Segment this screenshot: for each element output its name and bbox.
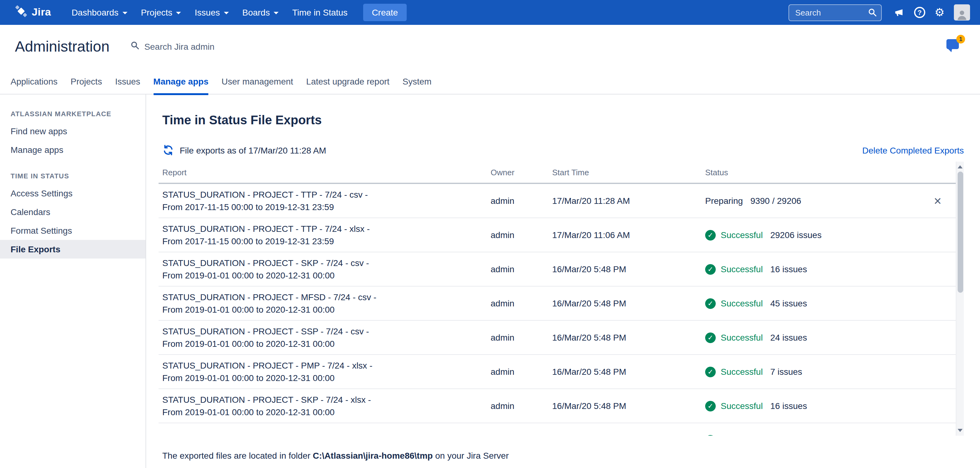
scrollbar-thumb[interactable] — [958, 171, 963, 293]
report-name: STATUS_DURATION - PROJECT - SKP - 7/24 -… — [162, 393, 491, 406]
success-check-icon: ✓ — [705, 264, 716, 274]
table-scrollbar[interactable] — [956, 162, 964, 436]
tab-projects[interactable]: Projects — [71, 68, 102, 94]
report-cell: STATUS_DURATION - PROJECT - MFSD - 7/24 … — [159, 291, 491, 316]
status-cell: ✓ — [705, 435, 964, 436]
status-label: Successful — [721, 401, 763, 411]
success-check-icon: ✓ — [705, 230, 716, 240]
status-cell: ✓ Successful 29206 issues — [705, 230, 964, 240]
help-icon[interactable]: ? — [914, 7, 925, 18]
jira-logo-text: Jira — [32, 6, 51, 19]
status-label: Successful — [721, 367, 763, 377]
tab-applications[interactable]: Applications — [11, 68, 57, 94]
column-header-report: Report — [159, 168, 491, 177]
owner-cell: admin — [491, 333, 552, 343]
jira-logo-icon — [15, 5, 27, 20]
start-time-cell: 16/Mar/20 5:48 PM — [552, 401, 705, 411]
success-check-icon: ✓ — [705, 366, 716, 377]
sidebar-item-manage-apps[interactable]: Manage apps — [0, 140, 145, 159]
refresh-icon[interactable] — [162, 144, 174, 156]
admin-header: Administration 1 — [0, 25, 980, 68]
report-cell: STATUS_DURATION - PROJECT - PMP - 7/24 -… — [159, 359, 491, 384]
tab-latest-upgrade-report[interactable]: Latest upgrade report — [306, 68, 390, 94]
table-row: STATUS_DURATION - PROJECT - TTP - 7/24 -… — [159, 184, 964, 218]
search-icon — [868, 8, 877, 19]
status-progress: 9390 / 29206 — [750, 196, 801, 206]
sidebar-item-calendars[interactable]: Calendars — [0, 203, 145, 221]
success-check-icon: ✓ — [705, 435, 716, 436]
status-issue-count: 24 issues — [770, 333, 807, 343]
content-area: ATLASSIAN MARKETPLACE Find new apps Mana… — [0, 94, 980, 468]
tab-manage-apps[interactable]: Manage apps — [153, 68, 208, 94]
delete-completed-exports-link[interactable]: Delete Completed Exports — [862, 145, 964, 155]
table-row: STATUS_DURATION - PROJECT - TTP - 7/24 -… — [159, 218, 964, 252]
nav-issues-label: Issues — [195, 8, 220, 17]
status-cell: ✓ Successful 24 issues — [705, 332, 964, 343]
start-time-cell: 16/Mar/20 5:48 PM — [552, 367, 705, 377]
table-row: STATUS_DURATION - PROJECT - SSP - 7/24 -… — [159, 321, 964, 355]
jira-admin-page: Jira Dashboards Projects Issues Boards T… — [0, 0, 980, 468]
status-cell: ✓ Successful 7 issues — [705, 366, 964, 377]
owner-cell: admin — [491, 196, 552, 206]
chevron-down-icon — [176, 12, 181, 14]
status-label: Successful — [721, 264, 763, 274]
admin-tabbar: Applications Projects Issues Manage apps… — [0, 68, 980, 94]
nav-boards[interactable]: Boards — [235, 0, 285, 25]
status-cell: Preparing 9390 / 29206 — [705, 196, 964, 206]
notifications-icon[interactable]: 1 — [947, 39, 961, 53]
table-row: STATUS_DURATION - PROJECT - MFSD - 7/24 … — [159, 287, 964, 321]
sidebar-item-find-new-apps[interactable]: Find new apps — [0, 122, 145, 140]
sidebar-item-access-settings[interactable]: Access Settings — [0, 184, 145, 203]
sidebar-heading-time-in-status: TIME IN STATUS — [0, 167, 145, 184]
admin-search — [130, 41, 262, 52]
table-row: STATUS_DURATION - PROJECT - SKP - 7/24 -… — [159, 252, 964, 287]
status-label: Successful — [721, 333, 763, 343]
nav-time-in-status[interactable]: Time in Status — [285, 0, 355, 25]
sidebar-item-format-settings[interactable]: Format Settings — [0, 221, 145, 240]
jira-logo[interactable]: Jira — [15, 5, 51, 20]
owner-cell: admin — [491, 230, 552, 240]
owner-cell: admin — [491, 264, 552, 274]
start-time-cell: 16/Mar/20 5:48 PM — [552, 333, 705, 343]
global-search-input[interactable] — [789, 4, 882, 21]
start-time-cell: 17/Mar/20 11:28 AM — [552, 196, 705, 206]
table-row: STATUS_DURATION - PROJECT - PMP - 7/24 -… — [159, 355, 964, 389]
report-range: From 2019-01-01 00:00 to 2020-12-31 00:0… — [162, 372, 491, 384]
tab-user-management[interactable]: User management — [222, 68, 293, 94]
owner-cell: admin — [491, 401, 552, 411]
search-icon — [130, 41, 139, 52]
nav-issues[interactable]: Issues — [188, 0, 235, 25]
user-avatar[interactable] — [954, 4, 970, 21]
report-cell: STATUS_DURATION - PROJECT - SKP - 7/24 -… — [159, 257, 491, 282]
chevron-down-icon — [224, 12, 229, 14]
global-search — [789, 4, 882, 21]
cancel-export-icon[interactable]: × — [934, 194, 942, 207]
scrollbar-up-arrow-icon[interactable] — [958, 165, 963, 168]
report-cell: STATUS_DURATION - PROJECT - TTP - 7/24 -… — [159, 222, 491, 247]
sidebar-item-file-exports[interactable]: File Exports — [0, 240, 145, 259]
chevron-down-icon — [122, 12, 127, 14]
report-name: STATUS_DURATION - PROJECT - TTP - 7/24 -… — [162, 188, 491, 201]
nav-boards-label: Boards — [242, 8, 270, 17]
status-label: Preparing — [705, 196, 743, 206]
start-time-cell: 17/Mar/20 11:06 AM — [552, 230, 705, 240]
report-range: From 2019-01-01 00:00 to 2020-12-31 00:0… — [162, 338, 491, 350]
start-time-cell: 16/Mar/20 5:48 PM — [552, 298, 705, 308]
create-button[interactable]: Create — [363, 4, 407, 21]
report-name: STATUS_DURATION - PROJECT - SSP - 7/24 -… — [162, 434, 491, 436]
settings-gear-icon[interactable]: ⚙ — [935, 7, 945, 18]
export-folder-path: C:\Atlassian\jira-home86\tmp — [313, 451, 433, 460]
status-issue-count: 45 issues — [770, 298, 807, 308]
main-panel: Time in Status File Exports File exports… — [146, 94, 980, 468]
nav-projects-label: Projects — [141, 8, 172, 17]
admin-search-input[interactable] — [144, 42, 262, 52]
status-cell: ✓ Successful 16 issues — [705, 264, 964, 274]
tab-system[interactable]: System — [402, 68, 431, 94]
scrollbar-down-arrow-icon[interactable] — [958, 429, 963, 432]
feedback-megaphone-icon[interactable] — [894, 7, 905, 18]
tab-issues[interactable]: Issues — [115, 68, 140, 94]
status-issue-count: 7 issues — [770, 367, 802, 377]
nav-dashboards[interactable]: Dashboards — [65, 0, 134, 25]
status-cell: ✓ Successful 45 issues — [705, 298, 964, 309]
nav-projects[interactable]: Projects — [134, 0, 188, 25]
